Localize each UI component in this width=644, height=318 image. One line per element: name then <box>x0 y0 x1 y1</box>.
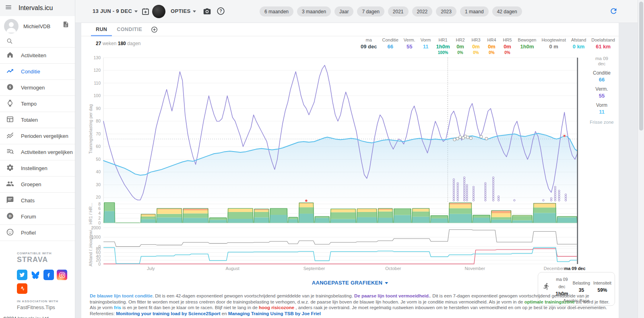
range-chip[interactable]: 2022 <box>412 6 433 17</box>
tab-conditie[interactable]: CONDITIE <box>112 23 147 36</box>
range-chip[interactable]: 42 dagen <box>492 6 522 17</box>
tooltip-intensiteit-label: Intensiteit <box>593 281 611 285</box>
svg-text:8: 8 <box>98 202 101 206</box>
search-list-icon <box>6 148 14 157</box>
svg-text:ma 09 dec: ma 09 dec <box>564 266 585 271</box>
description-text: hoog risicozone <box>259 305 294 310</box>
description-text: optimale trainingszone <box>524 299 575 304</box>
chat-icon <box>6 196 14 206</box>
description-text: De blauwe lijn toont conditie <box>90 293 153 298</box>
tab-run[interactable]: RUN <box>91 23 112 36</box>
range-chip[interactable]: 3 maanden <box>297 6 331 17</box>
association-label: IN ASSOCIATION WITH <box>17 299 75 303</box>
range-chip[interactable]: 2023 <box>436 6 456 17</box>
description-text: . Dit is een 42-dagen exponentieel gewog… <box>153 293 354 298</box>
side-panel-date: ma 09dec <box>584 56 619 67</box>
username: MichielVDB <box>23 23 50 29</box>
sidebar-item-instellingen[interactable]: Instellingen <box>0 160 75 176</box>
compare-icon <box>6 131 14 141</box>
camera-icon[interactable] <box>203 7 211 17</box>
chevron-down-icon <box>193 10 196 12</box>
svg-text:0: 0 <box>98 220 101 225</box>
range-chip[interactable]: 7 dagen <box>357 6 384 17</box>
scrollbar-thumb[interactable] <box>639 2 643 131</box>
svg-text:90: 90 <box>96 106 101 111</box>
side-panel-vorm: Vorm11 <box>584 102 619 115</box>
help-icon[interactable]: ? <box>217 7 225 17</box>
page-scrollbar[interactable] <box>638 0 644 318</box>
svg-text:100: 100 <box>93 93 101 98</box>
range-chip[interactable]: 2021 <box>388 6 409 17</box>
refresh-icon[interactable] <box>609 7 618 17</box>
sidebar-header: Intervals.icu <box>0 0 75 16</box>
svg-text:September: September <box>303 266 325 271</box>
svg-text:October: October <box>385 266 401 271</box>
svg-text:November: November <box>464 266 485 271</box>
svg-text:40: 40 <box>96 169 101 174</box>
user-avatar[interactable] <box>4 19 19 33</box>
side-panel-conditie: Conditie66 <box>584 70 619 83</box>
instagram-icon[interactable] <box>57 270 67 280</box>
people-icon <box>6 180 14 189</box>
sidebar-item-groepen[interactable]: Groepen <box>0 176 75 192</box>
home-icon <box>6 51 14 60</box>
form-zone-label: Frisse zone <box>584 120 619 125</box>
logo-avatar[interactable] <box>152 5 165 18</box>
range-chip[interactable]: Jaar <box>334 6 353 17</box>
quick-range-chips: 6 maanden3 maandenJaar7 dagen20212022202… <box>260 6 522 17</box>
range-chip[interactable]: 1 maand <box>460 6 489 17</box>
custom-charts-dropdown[interactable]: AANGEPASTE GRAFIEKEN <box>312 280 388 286</box>
twitter-icon[interactable] <box>17 270 27 280</box>
forum-icon: D <box>6 212 14 222</box>
app-title: Intervals.icu <box>19 4 53 12</box>
compatible-with-label: COMPATIBLE WITH <box>17 251 75 255</box>
sidebar-item-conditie[interactable]: Conditie <box>0 63 75 79</box>
svg-text:110: 110 <box>94 81 101 85</box>
reference-link[interactable]: Monitoring your training load by Science… <box>116 311 220 316</box>
svg-text:2: 2 <box>98 216 101 220</box>
add-tab-icon[interactable] <box>151 23 158 36</box>
sidebar-item-vermogen[interactable]: Vermogen <box>0 79 75 96</box>
sidebar-item-forum[interactable]: DForum <box>0 208 75 224</box>
svg-text:50: 50 <box>96 157 101 162</box>
fitness-chart[interactable]: 2030405060708090100110120130024680100020… <box>81 52 619 274</box>
opties-dropdown[interactable]: OPTIES <box>171 8 196 14</box>
fastfitness-link[interactable]: FastFitness.Tips <box>17 304 75 310</box>
main-content: RUNCONDITIE 27 weken 180 dagen ma09 decC… <box>81 23 619 318</box>
document-icon[interactable] <box>62 21 69 29</box>
tooltip-date: ma 09 dec <box>556 277 568 289</box>
sidebar-item-profiel[interactable]: Profiel <box>0 224 75 241</box>
sidebar-item-activiteiten[interactable]: Activiteiten <box>0 47 75 63</box>
facebook-icon[interactable] <box>43 270 54 280</box>
sidebar-search[interactable] <box>0 36 75 47</box>
svg-text:Trainingsbelasting per dag: Trainingsbelasting per dag <box>88 104 93 154</box>
user-row[interactable]: MichielVDB <box>0 16 75 36</box>
gear-icon <box>6 164 14 173</box>
social-links <box>17 270 75 280</box>
runner-icon <box>541 281 551 291</box>
sidebar-item-tempo[interactable]: Tempo <box>0 96 75 112</box>
chart-tabs: RUNCONDITIE <box>81 23 619 36</box>
description-text: en <box>221 311 228 316</box>
sidebar-item-totalen[interactable]: Totalen <box>0 112 75 128</box>
bluesky-icon[interactable] <box>30 270 41 280</box>
svg-text:July: July <box>147 266 155 271</box>
reference-link[interactable]: Managing Training Using TSB by Joe Friel <box>228 311 321 316</box>
description-text: De paarse lijn toont vermoeidheid. <box>354 293 430 298</box>
svg-text:?: ? <box>219 8 222 13</box>
svg-text:120: 120 <box>93 68 101 73</box>
sidebar-item-chats[interactable]: Chats <box>0 192 75 208</box>
hamburger-menu-icon[interactable] <box>5 4 12 12</box>
calendar-add-icon[interactable] <box>141 7 150 17</box>
range-chip[interactable]: 6 maanden <box>260 6 293 17</box>
chevron-down-icon <box>134 10 138 12</box>
svg-text:70: 70 <box>96 131 101 136</box>
svg-text:D: D <box>9 214 12 218</box>
svg-text:Hoogtewi...: Hoogtewi... <box>88 227 93 248</box>
date-range-dropdown[interactable]: 13 JUN - 9 DEC <box>93 8 138 14</box>
svg-text:20: 20 <box>96 195 101 200</box>
sidebar-item-perioden-vergelijken[interactable]: Perioden vergelijken <box>0 128 75 144</box>
strava-icon[interactable] <box>17 283 27 294</box>
watch-icon <box>6 99 14 109</box>
sidebar-item-activiteiten-vergelijken[interactable]: Activiteiten vergelijken <box>0 144 75 160</box>
